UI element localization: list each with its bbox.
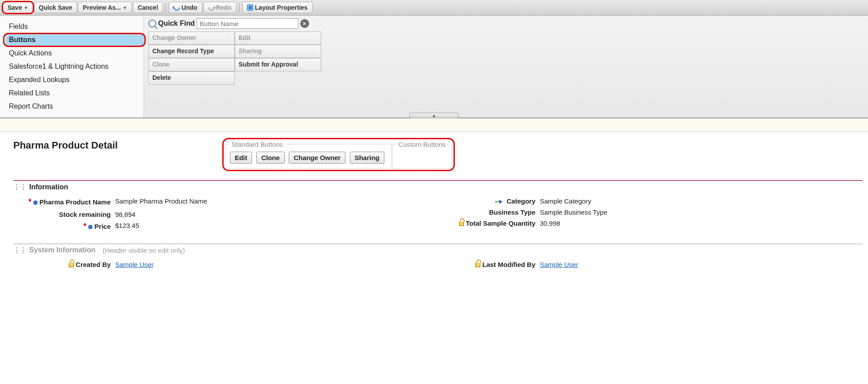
last-modified-by-link[interactable]: Sample User	[540, 261, 578, 268]
quick-find-input[interactable]	[197, 18, 298, 29]
field-label: Category	[438, 197, 540, 205]
custom-buttons-fieldset[interactable]: Custom Buttons	[392, 141, 453, 168]
label-text: Pharma Product Name	[39, 198, 111, 206]
sidebar-item-quick-actions[interactable]: Quick Actions	[5, 47, 143, 60]
palette-col-2: Edit Sharing Submit for Approval	[235, 31, 321, 85]
sidebar-item-buttons[interactable]: Buttons	[5, 33, 143, 47]
label-text: Last Modified By	[482, 261, 535, 268]
sidebar-item-related-lists[interactable]: Related Lists	[5, 86, 143, 100]
sidebar-item-sf1-actions[interactable]: Salesforce1 & Lightning Actions	[5, 60, 143, 73]
field-category[interactable]: Category Sample Category	[438, 196, 863, 207]
undo-icon	[172, 3, 181, 12]
system-fields: Created By Sample User Last Modified By …	[13, 259, 863, 270]
caret-down-icon: ▼	[123, 5, 127, 10]
field-value: $123.45	[115, 222, 139, 229]
save-highlight: Save ▼	[3, 2, 33, 13]
sidebar-item-fields[interactable]: Fields	[5, 20, 143, 33]
required-star-icon: *	[83, 222, 86, 231]
field-value: Sample Pharma Product Name	[115, 197, 207, 205]
field-pharma-product-name[interactable]: *Pharma Product Name Sample Pharma Produ…	[13, 196, 438, 209]
system-right-col: Last Modified By Sample User	[438, 259, 863, 270]
collapse-handle[interactable]: ▲	[410, 113, 458, 118]
layout-properties-label: Layout Properties	[255, 4, 308, 11]
preview-as-button[interactable]: Preview As... ▼	[78, 2, 132, 13]
field-total-sample-quantity[interactable]: Total Sample Quantity 30,998	[438, 218, 863, 229]
search-icon	[148, 20, 156, 27]
palette-item-submit-approval[interactable]: Submit for Approval	[235, 58, 321, 71]
field-value: Sample User	[115, 261, 154, 268]
field-label: Stock remaining	[13, 211, 115, 218]
label-text: Business Type	[489, 208, 535, 216]
quick-find-label: Quick Find	[158, 20, 195, 27]
layout-btn-edit[interactable]: Edit	[230, 152, 252, 164]
palette-item-edit[interactable]: Edit	[235, 31, 321, 45]
preview-as-label: Preview As...	[83, 4, 121, 11]
cancel-button[interactable]: Cancel	[133, 2, 163, 13]
palette-item-sharing[interactable]: Sharing	[235, 45, 321, 58]
layout-properties-button[interactable]: Layout Properties	[242, 2, 313, 13]
toolbar-separator	[166, 3, 166, 12]
field-created-by[interactable]: Created By Sample User	[13, 259, 438, 270]
palette-item-delete[interactable]: Delete	[148, 71, 235, 85]
detail-header: Pharma Product Detail Standard Buttons E…	[13, 140, 863, 169]
system-left-col: Created By Sample User	[13, 259, 438, 270]
field-price[interactable]: *Price $123.45	[13, 220, 438, 233]
field-stock-remaining[interactable]: Stock remaining 98,894	[13, 209, 438, 220]
lock-icon	[475, 263, 480, 267]
save-button[interactable]: Save ▼	[3, 2, 33, 13]
grip-icon: ⋮⋮	[13, 183, 27, 191]
dependency-icon	[495, 200, 505, 204]
label-text: Stock remaining	[59, 211, 111, 218]
palette-item-change-record-type[interactable]: Change Record Type	[148, 45, 235, 58]
sidebar: Fields Buttons Quick Actions Salesforce1…	[0, 16, 144, 118]
toolbar-separator	[239, 3, 240, 12]
quick-find-row: Quick Find ✕	[148, 18, 864, 29]
grip-icon: ⋮⋮	[13, 246, 27, 255]
section-system-head[interactable]: ⋮⋮ System Information (Header visible on…	[13, 246, 863, 255]
field-last-modified-by[interactable]: Last Modified By Sample User	[438, 259, 863, 270]
information-left-col: *Pharma Product Name Sample Pharma Produ…	[13, 196, 438, 233]
section-information-title: Information	[29, 183, 68, 191]
detail-title: Pharma Product Detail	[13, 140, 118, 151]
field-label: Total Sample Quantity	[438, 219, 540, 227]
top-toolbar: Save ▼ Quick Save Preview As... ▼ Cancel…	[0, 0, 868, 16]
sidebar-item-expanded-lookups[interactable]: Expanded Lookups	[5, 73, 143, 86]
sidebar-item-report-charts[interactable]: Report Charts	[5, 100, 143, 113]
undo-label: Undo	[182, 4, 198, 11]
field-label: Business Type	[438, 208, 540, 216]
palette-item-change-owner[interactable]: Change Owner	[148, 31, 235, 45]
layout-btn-change-owner[interactable]: Change Owner	[289, 152, 345, 164]
caret-down-icon: ▼	[24, 5, 28, 10]
undo-button[interactable]: Undo	[169, 2, 202, 13]
created-by-link[interactable]: Sample User	[115, 261, 154, 268]
field-label: *Price	[13, 222, 115, 231]
palette-item-clone[interactable]: Clone	[148, 58, 235, 71]
quick-save-button[interactable]: Quick Save	[34, 2, 78, 13]
section-system-information: ⋮⋮ System Information (Header visible on…	[13, 243, 863, 270]
section-system-note: (Header visible on edit only)	[103, 247, 185, 254]
clear-icon[interactable]: ✕	[300, 19, 309, 28]
palette-grid: Change Owner Change Record Type Clone De…	[148, 31, 864, 85]
field-value: Sample User	[540, 261, 578, 268]
standard-buttons-fieldset: Standard Buttons Edit Clone Change Owner…	[225, 141, 392, 168]
field-label: *Pharma Product Name	[13, 197, 115, 207]
section-information-head[interactable]: ⋮⋮ Information	[13, 183, 863, 191]
field-business-type[interactable]: Business Type Sample Business Type	[438, 207, 863, 218]
redo-label: Redo	[216, 4, 232, 11]
layout-properties-icon	[247, 4, 253, 11]
lock-icon	[459, 222, 464, 226]
field-value: Sample Category	[540, 197, 591, 205]
label-text: Category	[507, 197, 535, 205]
layout-btn-clone[interactable]: Clone	[256, 152, 285, 164]
lock-icon	[69, 263, 74, 267]
label-text: Created By	[76, 261, 111, 268]
section-system-title: System Information	[29, 246, 95, 254]
layout-btn-sharing[interactable]: Sharing	[350, 152, 384, 164]
detail-layout: Pharma Product Detail Standard Buttons E…	[0, 132, 868, 283]
redo-button[interactable]: Redo	[203, 2, 236, 13]
label-text: Total Sample Quantity	[466, 219, 535, 227]
information-right-col: Category Sample Category Business Type S…	[438, 196, 863, 233]
layout-canvas-strip	[0, 118, 868, 132]
always-on-dot-icon	[88, 225, 93, 229]
standard-buttons-legend: Standard Buttons	[230, 141, 285, 148]
